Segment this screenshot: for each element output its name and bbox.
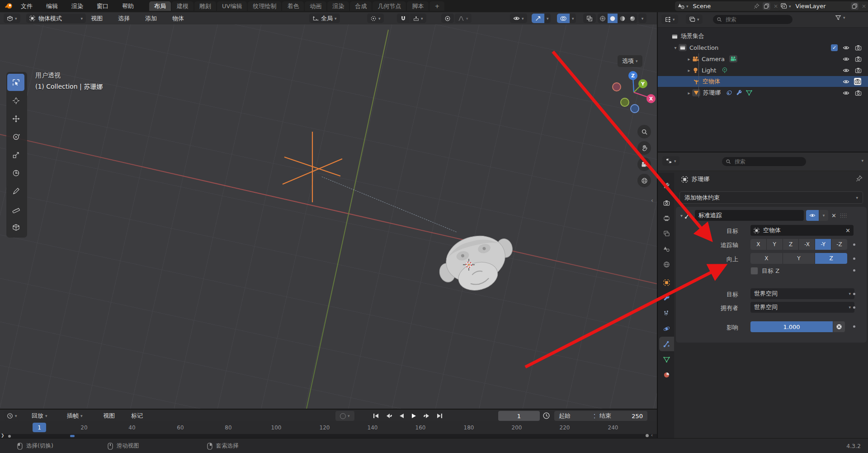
outliner-row-collection[interactable]: ▾ Collection ✓ — [658, 42, 868, 53]
outliner-row-empty-selected[interactable]: 空物体 — [658, 76, 868, 87]
tab-layout[interactable]: 布局 — [149, 1, 171, 11]
outliner-search[interactable] — [713, 15, 793, 24]
timeline-editor-type-button[interactable]: ▾ — [4, 411, 20, 420]
eye-icon[interactable] — [843, 78, 849, 85]
influence-slider[interactable]: 1.000 — [750, 321, 833, 332]
xray-toggle[interactable] — [583, 14, 596, 23]
tab-rendering[interactable]: 渲染 — [327, 1, 349, 11]
use-preview-range-icon[interactable] — [542, 412, 550, 420]
constraint-name-field[interactable]: 标准追踪 — [695, 210, 804, 221]
timeline-scrollbar[interactable]: ❯ ‹ — [0, 434, 657, 438]
decorator-dot[interactable] — [853, 306, 855, 309]
tab-animation[interactable]: 动画 — [305, 1, 326, 11]
track-axis-neg-z[interactable]: -Z — [831, 239, 847, 250]
tool-move[interactable] — [7, 110, 24, 127]
target-z-checkbox[interactable] — [750, 267, 758, 275]
copy-viewlayer-icon[interactable] — [851, 2, 859, 10]
track-axis-neg-x[interactable]: -X — [799, 239, 815, 250]
play-reverse-button[interactable] — [395, 411, 408, 421]
outliner-row-camera[interactable]: ▸ Camera — [658, 53, 868, 64]
tab-modeling[interactable]: 建模 — [172, 1, 193, 11]
eye-icon[interactable] — [843, 56, 849, 62]
tab-texture-paint[interactable]: 纹理绘制 — [248, 1, 281, 11]
camera-visibility-icon[interactable] — [854, 78, 861, 85]
shading-dropdown[interactable]: ▾ — [638, 14, 646, 23]
show-gizmo-toggle[interactable] — [532, 14, 544, 23]
menu-file[interactable]: 文件 — [16, 0, 37, 12]
editor-type-button[interactable]: ▾ — [4, 14, 20, 23]
eye-icon[interactable] — [843, 44, 849, 51]
menu-select[interactable]: 选择 — [114, 12, 134, 24]
properties-search-input[interactable] — [734, 158, 785, 165]
frame-end-field[interactable]: 结束 250 — [595, 411, 647, 421]
camera-visibility-icon[interactable] — [855, 56, 862, 62]
menu-view[interactable]: 视图 — [87, 12, 107, 24]
expand-icon[interactable]: ▸ — [686, 68, 692, 73]
collapse-icon[interactable]: ▾ — [672, 45, 679, 50]
tool-scale[interactable] — [7, 146, 24, 163]
menu-edit[interactable]: 编辑 — [42, 0, 62, 12]
auto-keying-toggle[interactable]: ▾ — [335, 411, 354, 421]
menu-add[interactable]: 添加 — [141, 12, 161, 24]
gizmo-z-axis[interactable]: Z — [628, 71, 637, 80]
tool-cursor[interactable] — [7, 92, 24, 109]
region-collapse-icon[interactable]: ‹ — [651, 197, 653, 204]
tool-annotate[interactable] — [7, 182, 24, 200]
camera-visibility-icon[interactable] — [855, 90, 862, 96]
empty-object[interactable] — [276, 131, 349, 203]
chevron-down-icon[interactable]: ▾ — [861, 158, 863, 163]
snap-toggle[interactable] — [397, 14, 410, 23]
shading-wireframe-button[interactable] — [598, 14, 608, 23]
tool-measure[interactable] — [7, 200, 24, 218]
remove-viewlayer-icon[interactable]: ✕ — [862, 3, 866, 10]
viewlayer-selector[interactable]: ▾ ViewLayer ✕ — [778, 1, 868, 11]
suzanne-mesh[interactable] — [429, 227, 524, 300]
tab-physics[interactable] — [659, 321, 674, 336]
drag-handle-icon[interactable]: :::::::: — [840, 214, 847, 217]
outliner-filter-dropdown[interactable]: ▾ — [835, 14, 845, 21]
tab-object-constraints[interactable] — [659, 337, 674, 351]
tab-compositing[interactable]: 合成 — [350, 1, 372, 11]
timeline-menu-view[interactable]: 视图 — [103, 410, 115, 422]
gizmo-x-axis[interactable]: X — [646, 94, 656, 103]
tab-modifiers[interactable] — [659, 291, 674, 305]
jump-prev-keyframe-button[interactable] — [382, 411, 395, 421]
tab-particles[interactable] — [659, 306, 674, 320]
gizmo-neg-z-axis[interactable] — [630, 104, 639, 113]
target-object-field[interactable]: 空物体 ✕ — [750, 225, 854, 236]
ortho-toggle-button[interactable] — [637, 174, 651, 187]
checkbox-icon[interactable]: ✓ — [831, 44, 838, 51]
outliner-search-input[interactable] — [725, 16, 776, 23]
outliner-row-suzanne[interactable]: ▸ 苏珊娜 — [658, 87, 868, 98]
eye-icon[interactable] — [843, 90, 849, 96]
pan-hand-button[interactable] — [637, 141, 651, 155]
timeline-menu-marker[interactable]: 标记 — [131, 410, 143, 422]
tab-world[interactable] — [659, 257, 674, 272]
expand-icon[interactable]: ❯ — [1, 433, 5, 438]
zoom-button[interactable] — [637, 125, 651, 138]
tab-object-data[interactable] — [659, 352, 674, 367]
properties-search[interactable] — [722, 157, 806, 166]
snap-target-dropdown[interactable]: ▾ — [410, 14, 426, 23]
pin-icon[interactable] — [754, 3, 760, 9]
gizmo-neg-x-axis[interactable] — [612, 82, 621, 91]
camera-visibility-icon[interactable] — [855, 67, 862, 74]
track-axis-z[interactable]: Z — [783, 239, 799, 250]
eye-icon[interactable] — [843, 67, 849, 74]
constraint-extras-dropdown[interactable]: ▾ — [819, 210, 828, 221]
outliner-scene-dropdown[interactable]: ▾ — [686, 14, 703, 24]
up-axis-x[interactable]: X — [750, 253, 783, 264]
timeline-ruler[interactable]: 1 20 40 60 80 100 120 140 160 180 200 22… — [0, 421, 657, 434]
tool-add-cube[interactable] — [7, 219, 24, 236]
camera-view-button[interactable] — [637, 157, 651, 171]
proportional-falloff-dropdown[interactable]: ▾ — [455, 14, 472, 23]
constraint-enable-eye-toggle[interactable] — [806, 210, 819, 221]
tool-select-box[interactable] — [7, 74, 24, 91]
show-overlays-toggle[interactable] — [557, 14, 570, 23]
shading-rendered-button[interactable] — [627, 14, 637, 23]
tool-transform[interactable] — [7, 164, 24, 181]
overlays-dropdown[interactable]: ▾ — [570, 14, 576, 23]
properties-editor-type-button[interactable]: ▾ — [662, 156, 679, 166]
tab-scene[interactable] — [659, 242, 674, 256]
decorator-dot[interactable] — [853, 257, 855, 260]
